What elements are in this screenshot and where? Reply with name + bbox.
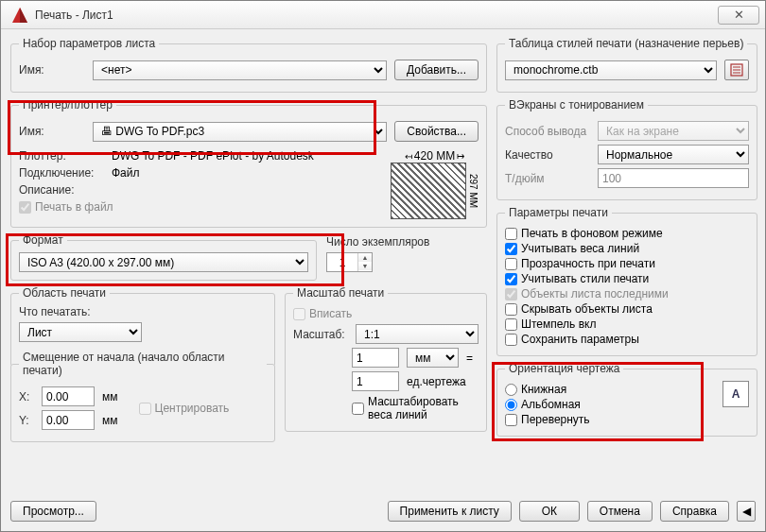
page-setup-name-select[interactable]: <нет> xyxy=(93,60,387,80)
paper-width-label: 420 MM xyxy=(414,149,455,163)
printer-name-select[interactable]: 🖶 DWG To PDF.pc3 xyxy=(93,122,387,142)
plot-style-select[interactable]: monochrome.ctb xyxy=(505,60,717,80)
edit-plot-style-button[interactable] xyxy=(724,60,749,80)
offset-x-unit: мм xyxy=(102,390,118,403)
plot-offset-group: Смещение от начала (начало области печат… xyxy=(10,351,275,442)
plot-option-checkbox-4 xyxy=(505,288,517,300)
copies-label: Число экземпляров xyxy=(326,235,487,249)
scale-lineweights-label: Масштабировать веса линий xyxy=(368,395,479,421)
shade-mode-label: Способ вывода xyxy=(505,125,590,138)
fit-checkbox xyxy=(293,308,305,320)
plot-option-label-7: Сохранить параметры xyxy=(521,333,639,346)
offset-x-label: X: xyxy=(19,390,34,403)
paper-format-select[interactable]: ISO A3 (420.00 x 297.00 мм) xyxy=(19,252,308,272)
copies-input[interactable] xyxy=(327,253,357,271)
offset-y-label: Y: xyxy=(19,414,34,427)
plot-option-label-1: Учитывать веса линий xyxy=(521,242,639,255)
plot-offset-legend: Смещение от начала (начало области печат… xyxy=(19,351,267,377)
page-setup-group: Набор параметров листа Имя: <нет> Добави… xyxy=(10,37,487,93)
plotter-value: DWG To PDF - PDF ePlot - by Autodesk xyxy=(112,149,314,163)
scale-numerator-input[interactable] xyxy=(352,348,399,368)
copies-spinner[interactable]: ▲▼ xyxy=(326,252,373,272)
center-checkbox xyxy=(139,403,151,415)
what-to-plot-label: Что печатать: xyxy=(19,305,267,318)
scale-unit-select[interactable]: мм xyxy=(407,348,459,368)
scale-denominator-input[interactable] xyxy=(352,371,399,391)
what-to-plot-select[interactable]: Лист xyxy=(19,322,142,342)
offset-x-input[interactable] xyxy=(42,386,95,406)
offset-y-input[interactable] xyxy=(42,410,95,430)
preview-button[interactable]: Просмотр... xyxy=(10,501,96,522)
scale-select[interactable]: 1:1 xyxy=(356,324,479,344)
print-dialog: Печать - Лист1 ✕ Набор параметров листа … xyxy=(0,0,766,532)
print-to-file-label: Печать в файл xyxy=(35,200,113,214)
plot-styles-legend: Таблица стилей печати (назначение перьев… xyxy=(505,37,747,50)
format-group: Формат ISO A3 (420.00 x 297.00 мм) xyxy=(10,233,317,281)
orientation-icon: A xyxy=(722,381,749,407)
add-page-setup-button[interactable]: Добавить... xyxy=(394,60,479,80)
ok-button[interactable]: ОК xyxy=(519,501,580,522)
help-button[interactable]: Справка xyxy=(660,501,729,522)
scale-lineweights-checkbox[interactable] xyxy=(352,403,364,415)
plot-option-label-2: Прозрачность при печати xyxy=(521,257,655,270)
paper-height-label: 297 MM xyxy=(468,174,479,208)
plot-option-checkbox-2[interactable] xyxy=(505,258,517,270)
plot-option-checkbox-6[interactable] xyxy=(505,318,517,331)
portrait-radio[interactable] xyxy=(505,384,517,396)
plot-option-label-0: Печать в фоновом режиме xyxy=(521,227,663,240)
drawing-unit-label: ед.чертежа xyxy=(407,375,466,388)
spin-down[interactable]: ▼ xyxy=(358,262,372,270)
description-label: Описание: xyxy=(19,183,104,197)
plot-area-legend: Область печати xyxy=(19,286,110,300)
dpi-label: Т/дюйм xyxy=(505,172,590,185)
shaded-viewport-legend: ВЭкраны с тонированием xyxy=(505,98,648,112)
print-to-file-checkbox xyxy=(19,201,31,214)
spin-up[interactable]: ▲ xyxy=(358,253,372,262)
apply-to-layout-button[interactable]: Применить к листу xyxy=(388,501,512,522)
connection-value: Файл xyxy=(112,166,140,180)
plot-scale-legend: Масштаб печати xyxy=(293,286,388,300)
center-label: Центрировать xyxy=(155,402,230,415)
fit-label: Вписать xyxy=(309,307,352,320)
plot-option-label-3: Учитывать стили печати xyxy=(521,272,649,285)
shaded-viewport-group: ВЭкраны с тонированием Способ выводаКак … xyxy=(496,98,757,200)
titlebar: Печать - Лист1 ✕ xyxy=(1,1,765,29)
landscape-label: Альбомная xyxy=(521,398,581,411)
offset-y-unit: мм xyxy=(102,414,118,427)
page-setup-name-label: Имя: xyxy=(19,63,85,77)
orientation-group: Ориентация чертежа Книжная Альбомная Пер… xyxy=(496,362,757,437)
plotter-label: Плоттер: xyxy=(19,149,104,163)
upside-down-label: Перевернуть xyxy=(521,413,590,426)
plot-option-checkbox-1[interactable] xyxy=(505,243,517,255)
printer-group: Принтер/плоттер Имя: 🖶 DWG To PDF.pc3 Св… xyxy=(10,98,487,228)
page-setup-legend: Набор параметров листа xyxy=(19,37,159,50)
plot-options-group: Параметры печати Печать в фоновом режиме… xyxy=(496,206,757,356)
portrait-label: Книжная xyxy=(521,383,566,396)
close-button[interactable]: ✕ xyxy=(718,6,759,25)
plot-scale-group: Масштаб печати Вписать Масштаб:1:1 мм= е… xyxy=(285,286,487,432)
printer-name-label: Имя: xyxy=(19,125,85,138)
plot-option-checkbox-5[interactable] xyxy=(505,303,517,316)
shade-mode-select: Как на экране xyxy=(598,121,749,141)
expand-button[interactable]: ◀ xyxy=(737,501,756,522)
window-title: Печать - Лист1 xyxy=(35,9,718,22)
plot-styles-group: Таблица стилей печати (назначение перьев… xyxy=(496,37,757,93)
plot-option-label-4: Объекты листа последними xyxy=(521,287,669,300)
plot-option-checkbox-0[interactable] xyxy=(505,228,517,240)
landscape-radio[interactable] xyxy=(505,399,517,411)
quality-select[interactable]: Нормальное xyxy=(598,145,749,164)
cancel-button[interactable]: Отмена xyxy=(587,501,653,522)
paper-preview-icon xyxy=(391,163,466,219)
scale-label: Масштаб: xyxy=(293,328,348,341)
upside-down-checkbox[interactable] xyxy=(505,414,517,426)
printer-properties-button[interactable]: Свойства... xyxy=(394,121,479,142)
format-legend: Формат xyxy=(19,233,67,247)
equals-sign: = xyxy=(466,352,473,365)
quality-label: Качество xyxy=(505,148,590,162)
plot-option-checkbox-7[interactable] xyxy=(505,334,517,346)
app-logo-icon xyxy=(10,6,29,25)
dpi-input xyxy=(598,168,749,188)
plot-option-checkbox-3[interactable] xyxy=(505,273,517,285)
plot-option-label-6: Штемпель вкл xyxy=(521,317,596,331)
svg-marker-1 xyxy=(20,8,27,23)
